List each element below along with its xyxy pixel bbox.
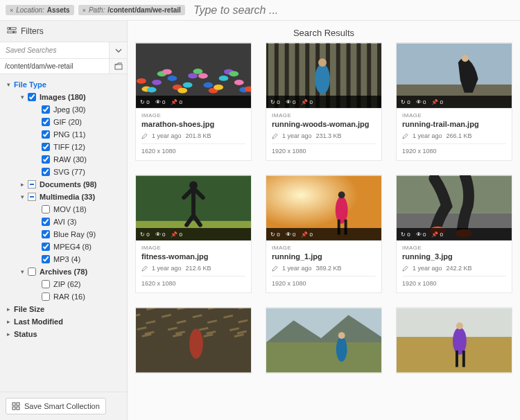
asset-card[interactable]: ↻ 0👁 0📌 0IMAGEmarathon-shoes.jpg1 year a… bbox=[135, 42, 252, 161]
asset-type-label: IMAGE bbox=[402, 245, 506, 251]
asset-size: 266.1 KB bbox=[447, 132, 472, 139]
svg-point-26 bbox=[219, 76, 229, 81]
filter-checkbox[interactable] bbox=[42, 230, 50, 238]
svg-point-46 bbox=[318, 58, 327, 67]
filter-checkbox[interactable] bbox=[42, 155, 50, 164]
chevron-icon[interactable]: ▸ bbox=[7, 318, 14, 325]
asset-thumbnail[interactable]: ↻ 0👁 0📌 0 bbox=[136, 43, 251, 108]
asset-type-label: IMAGE bbox=[402, 112, 506, 119]
filter-node-svg[interactable]: SVG (77) bbox=[3, 166, 124, 178]
path-input[interactable] bbox=[0, 59, 109, 73]
filter-node-status[interactable]: ▸Status bbox=[3, 328, 124, 340]
filter-node-documents[interactable]: ▸Documents (98) bbox=[3, 178, 124, 191]
filter-label: Last Modified bbox=[14, 317, 63, 326]
chevron-icon[interactable]: ▸ bbox=[21, 181, 28, 188]
overlay-views: 👁 0 bbox=[286, 99, 296, 105]
filter-label: MOV (18) bbox=[53, 205, 87, 213]
asset-thumbnail[interactable]: ↻ 0👁 0📌 0 bbox=[397, 175, 512, 240]
asset-thumbnail[interactable]: ↻ 0👁 0📌 0 bbox=[266, 175, 381, 240]
chevron-icon[interactable]: ▸ bbox=[7, 306, 14, 313]
pencil-icon bbox=[141, 133, 148, 139]
chevron-icon[interactable]: ▾ bbox=[21, 193, 28, 200]
pencil-icon bbox=[272, 133, 278, 139]
filter-checkbox[interactable] bbox=[42, 143, 50, 151]
svg-point-49 bbox=[462, 55, 469, 62]
close-icon[interactable]: × bbox=[83, 7, 86, 14]
filter-checkbox[interactable] bbox=[42, 255, 50, 263]
asset-card[interactable]: ↻ 0👁 0📌 0IMAGErunning_1.jpg1 year ago389… bbox=[266, 175, 382, 293]
asset-card[interactable]: IMAGE bbox=[266, 307, 382, 374]
filter-node-filesize[interactable]: ▸File Size bbox=[3, 303, 124, 315]
filter-checkbox[interactable] bbox=[42, 105, 50, 114]
filter-node-mpeg4[interactable]: MPEG4 (8) bbox=[3, 240, 124, 253]
filter-node-rar[interactable]: RAR (16) bbox=[3, 290, 124, 303]
filter-checkbox[interactable] bbox=[28, 180, 36, 189]
asset-thumbnail[interactable]: ↻ 0👁 0📌 0 bbox=[266, 43, 381, 108]
filter-node-png[interactable]: PNG (11) bbox=[3, 128, 124, 141]
asset-card[interactable]: IMAGE bbox=[135, 307, 252, 374]
folder-icon bbox=[114, 62, 123, 71]
search-input[interactable] bbox=[189, 3, 514, 18]
asset-meta: 1 year ago242.2 KB bbox=[402, 265, 506, 272]
asset-thumbnail[interactable] bbox=[136, 308, 251, 373]
asset-meta: 1 year ago201.8 KB bbox=[141, 132, 245, 139]
filter-node-lastmodified[interactable]: ▸Last Modified bbox=[3, 315, 124, 328]
asset-card[interactable]: ↻ 0👁 0📌 0IMAGErunning-trail-man.jpg1 yea… bbox=[396, 42, 512, 161]
filter-node-tiff[interactable]: TIFF (12) bbox=[3, 141, 124, 153]
filter-node-jpeg[interactable]: Jpeg (30) bbox=[3, 103, 124, 116]
filter-chip-location[interactable]: × Location: Assets bbox=[6, 5, 74, 15]
filter-chip-path[interactable]: × Path: /content/dam/we-retail bbox=[78, 5, 185, 15]
asset-card[interactable]: ↻ 0👁 0📌 0IMAGErunning-woods-woman.jpg1 y… bbox=[266, 42, 382, 161]
overlay-views: 👁 0 bbox=[416, 231, 426, 238]
close-icon[interactable]: × bbox=[10, 7, 13, 14]
filter-node-zip[interactable]: ZIP (62) bbox=[3, 278, 124, 290]
filter-node-images[interactable]: ▾Images (180) bbox=[3, 91, 124, 103]
filter-node-bluray[interactable]: Blue Ray (9) bbox=[3, 228, 124, 240]
filter-checkbox[interactable] bbox=[28, 193, 36, 201]
filter-node-multimedia[interactable]: ▾Multimedia (33) bbox=[3, 191, 124, 203]
asset-card[interactable]: ↻ 0👁 0📌 0IMAGEfitness-woman.jpg1 year ag… bbox=[135, 175, 252, 293]
asset-thumbnail[interactable]: ↻ 0👁 0📌 0 bbox=[136, 175, 251, 240]
filter-node-archives[interactable]: ▾Archives (78) bbox=[3, 265, 124, 278]
filter-node-mov[interactable]: MOV (18) bbox=[3, 203, 124, 216]
filter-checkbox[interactable] bbox=[42, 280, 50, 288]
filter-node-mp3[interactable]: MP3 (4) bbox=[3, 253, 124, 265]
save-smart-collection-button[interactable]: Save Smart Collection bbox=[6, 398, 106, 414]
filter-checkbox[interactable] bbox=[42, 118, 50, 126]
asset-thumbnail[interactable] bbox=[266, 308, 381, 373]
asset-card[interactable]: ↻ 0👁 0📌 0IMAGErunning_3.jpg1 year ago242… bbox=[396, 175, 512, 293]
chevron-icon[interactable]: ▾ bbox=[21, 94, 28, 100]
filter-checkbox[interactable] bbox=[28, 93, 36, 101]
chip-value: /content/dam/we-retail bbox=[107, 6, 181, 14]
filter-checkbox[interactable] bbox=[42, 168, 50, 176]
filter-label: ZIP (62) bbox=[53, 280, 81, 288]
filter-node-gif[interactable]: GIF (20) bbox=[3, 116, 124, 128]
filter-node-filetype[interactable]: ▾File Type bbox=[3, 78, 124, 91]
chevron-icon[interactable]: ▸ bbox=[7, 331, 14, 338]
filter-checkbox[interactable] bbox=[42, 292, 50, 301]
asset-type-label: IMAGE bbox=[272, 112, 376, 119]
path-picker-button[interactable] bbox=[109, 59, 127, 73]
filter-node-raw[interactable]: RAW (30) bbox=[3, 153, 124, 166]
filter-node-avi[interactable]: AVI (3) bbox=[3, 216, 124, 228]
filter-checkbox[interactable] bbox=[42, 218, 50, 226]
filter-icon bbox=[7, 26, 17, 36]
saved-searches-dropdown[interactable] bbox=[109, 42, 127, 58]
asset-size: 212.6 KB bbox=[186, 265, 211, 272]
asset-card[interactable]: IMAGE bbox=[396, 307, 512, 374]
asset-size: 201.8 KB bbox=[186, 132, 211, 139]
chevron-icon[interactable]: ▾ bbox=[21, 268, 28, 275]
svg-point-10 bbox=[137, 78, 146, 84]
svg-point-15 bbox=[162, 69, 172, 75]
asset-thumbnail[interactable]: ↻ 0👁 0📌 0 bbox=[397, 43, 512, 108]
chevron-icon[interactable]: ▾ bbox=[7, 81, 14, 88]
svg-point-112 bbox=[456, 322, 463, 329]
asset-size: 242.2 KB bbox=[447, 265, 472, 272]
filter-checkbox[interactable] bbox=[28, 268, 36, 276]
asset-thumbnail[interactable] bbox=[397, 308, 512, 373]
filter-checkbox[interactable] bbox=[42, 243, 50, 251]
filters-heading: Filters bbox=[0, 21, 127, 42]
filter-checkbox[interactable] bbox=[42, 205, 50, 213]
filter-checkbox[interactable] bbox=[42, 130, 50, 139]
svg-rect-109 bbox=[397, 308, 512, 338]
